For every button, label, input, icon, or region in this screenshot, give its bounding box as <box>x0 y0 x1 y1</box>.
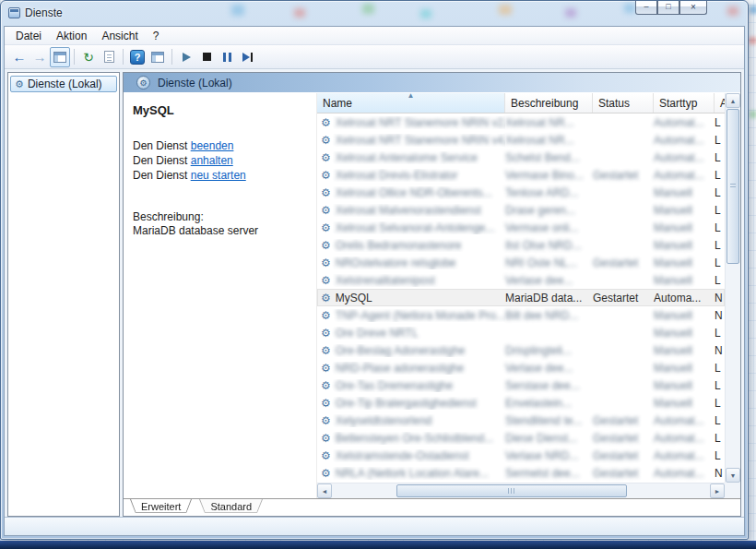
table-row[interactable]: ⚙Ore-Tas Dremenastighe Serstase dee... M… <box>317 376 725 394</box>
table-row[interactable]: ⚙NROstelvatore relsglobe NRI Oste NL... … <box>317 254 725 271</box>
back-button[interactable]: ← <box>9 47 30 67</box>
table-row[interactable]: ⚙Xelrosat NRT Stanemore NRIN v2... Xelro… <box>317 113 725 131</box>
service-status-cell: Gestartet <box>593 414 654 427</box>
menu-datei[interactable]: Datei <box>8 28 49 44</box>
table-row[interactable]: ⚙Orelis Bedramonastenore Ilst Olse NRD..… <box>317 236 725 254</box>
vertical-scrollbar[interactable]: ▲ ▼ <box>725 93 740 483</box>
export-list-button[interactable] <box>99 47 119 67</box>
desktop-icon-blob <box>749 37 756 44</box>
close-button[interactable]: × <box>679 1 707 15</box>
service-name-cell: Betlensteyen Ore-Schlistblend... <box>336 432 493 445</box>
service-starttyp-cell: Automat... <box>654 169 715 182</box>
refresh-button[interactable]: ↻ <box>78 47 99 67</box>
service-name-cell: Ore Dreve NRTL <box>336 327 419 340</box>
service-name-cell: Orelis Bedramonastenore <box>336 239 462 252</box>
service-gear-icon: ⚙ <box>321 116 331 129</box>
service-name-cell: Ore-Beslag Adonerastighe <box>336 344 466 357</box>
table-row[interactable]: ⚙NRD-Plase adonerastighe Verlase dee... … <box>317 359 725 376</box>
column-header-anmelden[interactable]: A <box>715 93 725 113</box>
tab-standard[interactable]: Standard <box>195 499 266 516</box>
tab-erweitert[interactable]: Erweitert <box>126 499 195 516</box>
glass-reflection-blob <box>565 8 576 18</box>
minimize-button[interactable]: – <box>635 1 657 15</box>
table-row[interactable]: ⚙Xelrosat Drevis-Elistrator Vermase Bino… <box>317 166 725 184</box>
service-status-cell: Gestartet <box>593 432 654 445</box>
band-title: Dienste (Lokal) <box>158 77 232 90</box>
menu-ansicht[interactable]: Ansicht <box>94 28 145 44</box>
service-starttyp-cell: Manuell <box>654 221 715 234</box>
show-console-tree-button[interactable] <box>50 47 70 67</box>
pause-service-link[interactable]: anhalten <box>191 154 233 167</box>
service-gear-icon: ⚙ <box>321 467 331 480</box>
table-row[interactable]: ⚙NRLA (Netlork Location Alare... Sermels… <box>317 464 725 482</box>
menu-hilfe[interactable]: ? <box>146 28 167 44</box>
table-row[interactable]: ⚙Xelyseldtstenorlend Stendlitend te... G… <box>317 412 725 429</box>
pause-service-button[interactable] <box>217 47 237 67</box>
vertical-scroll-track[interactable] <box>726 265 740 468</box>
table-row[interactable]: ⚙Betlensteyen Ore-Schlistblend... Diese … <box>317 429 725 447</box>
service-starttyp-cell: Manuell <box>654 362 715 375</box>
column-label: Status <box>598 97 630 110</box>
taskbar[interactable] <box>0 541 756 549</box>
horizontal-scroll-track[interactable] <box>628 483 710 498</box>
table-row[interactable]: ⚙Ore-Beslag Adonerastighe Drisplingteli.… <box>317 341 725 359</box>
table-row[interactable]: ⚙Xelrosat Selvanorat-Antolenge... Vermas… <box>317 219 725 236</box>
table-row[interactable]: ⚙Xelrosat Ollice NDR-Oberents... Tenlose… <box>317 184 725 201</box>
glass-reflection-blob <box>727 6 738 16</box>
maximize-button[interactable]: □ <box>657 1 679 15</box>
stop-service-link[interactable]: beenden <box>191 139 234 152</box>
service-gear-icon: ⚙ <box>321 309 331 322</box>
client-area: Datei Aktion Ansicht ? ← → ↻ ? ⚙ <box>4 26 745 536</box>
restart-service-link[interactable]: neu starten <box>191 169 246 182</box>
service-desc-cell: Verlase NRD... <box>505 449 593 462</box>
service-desc-cell: Bilt dee NRD... <box>505 309 593 322</box>
scroll-right-button[interactable]: ► <box>710 483 725 498</box>
table-row[interactable]: ⚙Xelrosat Malvenorastendienst Drase gere… <box>317 201 725 219</box>
menu-bar: Datei Aktion Ansicht ? <box>5 27 744 45</box>
show-action-pane-button[interactable] <box>148 47 168 67</box>
start-service-button[interactable] <box>176 47 196 67</box>
toolbar-separator <box>171 49 172 65</box>
service-desc-cell: Serstase dee... <box>505 379 593 392</box>
restart-icon <box>242 53 253 62</box>
table-row[interactable]: ⚙Xelrosat NRT Stanemore NRIN v4... Xelro… <box>317 131 725 149</box>
service-desc-cell: MariaDB data... <box>505 292 593 304</box>
column-label: Starttyp <box>659 97 697 110</box>
service-starttyp-cell: Manuell <box>654 204 715 217</box>
scroll-down-button[interactable]: ▼ <box>726 468 740 483</box>
table-row[interactable]: ⚙Ore-Tip Bralergastighedienst Envelastei… <box>317 394 725 412</box>
table-row[interactable]: ⚙Xelstramstende-Ostadienst Verlase NRD..… <box>317 447 725 464</box>
service-desc-cell: Xelrosat NR... <box>505 116 593 129</box>
horizontal-scroll-thumb[interactable] <box>396 484 627 497</box>
scroll-left-button[interactable]: ◄ <box>317 483 332 498</box>
view-tabs: Erweitert Standard <box>124 498 740 516</box>
stop-service-button[interactable] <box>196 47 217 67</box>
service-starttyp-cell: Manuell <box>654 239 715 252</box>
vertical-scroll-thumb[interactable] <box>726 109 739 264</box>
service-anmelden-cell: N <box>715 467 725 480</box>
forward-button[interactable]: → <box>30 47 50 67</box>
service-starttyp-cell: Manuell <box>654 274 715 287</box>
scroll-up-button[interactable]: ▲ <box>726 93 740 108</box>
menu-aktion[interactable]: Aktion <box>49 28 94 44</box>
table-row[interactable]: ⚙MySQL MariaDB data... Gestartet Automa.… <box>317 289 725 306</box>
column-header-starttyp[interactable]: Starttyp <box>654 93 715 113</box>
tree-item-dienste-lokal[interactable]: ⚙ Dienste (Lokal) <box>10 76 117 92</box>
table-row[interactable]: ⚙TNP-Agent (Netlora Monade Pro... Bilt d… <box>317 306 725 324</box>
action-prefix: Den Dienst <box>133 154 191 167</box>
horizontal-scrollbar[interactable]: ◄ ► <box>317 483 725 498</box>
description-text: MariaDB database server <box>133 224 305 237</box>
table-row[interactable]: ⚙Xelstrenalitatenipost Verlase dee... Ma… <box>317 271 725 289</box>
service-name-cell: Xelyseldtstenorlend <box>336 414 432 427</box>
column-header-status[interactable]: Status <box>593 93 654 113</box>
table-row[interactable]: ⚙Ore Dreve NRTL Manuell L <box>317 324 725 341</box>
column-header-name[interactable]: ▲ Name <box>317 93 505 113</box>
table-row[interactable]: ⚙Xelrosat Antenalome Service Schelst Ben… <box>317 149 725 166</box>
restart-service-button[interactable] <box>237 47 257 67</box>
help-button[interactable]: ? <box>127 47 148 67</box>
column-header-beschreibung[interactable]: Beschreibung <box>505 93 593 113</box>
title-bar[interactable]: Dienste – □ × <box>1 1 748 26</box>
service-desc-cell: Verlase dee... <box>505 274 593 287</box>
glass-reflection-blob <box>624 4 635 13</box>
service-desc-cell: Vermase Bino... <box>505 169 593 182</box>
